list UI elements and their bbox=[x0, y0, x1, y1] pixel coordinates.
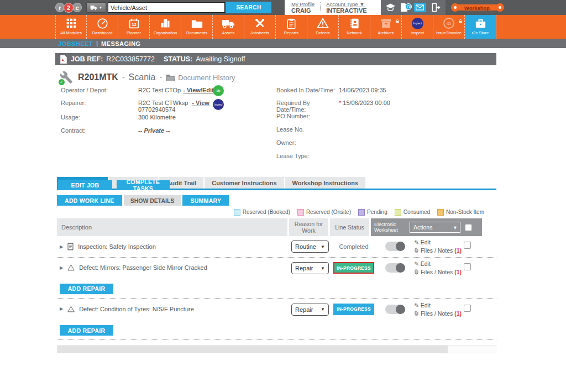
field-operator-depot: Operator / Depot: R2C Test CTOp - View/E… bbox=[61, 87, 214, 93]
buildings-icon bbox=[160, 18, 171, 29]
chevron-down-icon: ▼ bbox=[99, 6, 102, 9]
document-history-link[interactable]: Document History bbox=[166, 74, 235, 82]
edit-link[interactable]: ✎ Edit bbox=[414, 301, 462, 310]
vehicle-search-type-dropdown[interactable]: ▼ bbox=[86, 2, 106, 13]
breadcrumb-messaging[interactable]: MESSAGING bbox=[101, 40, 141, 47]
field-repairer: Repairer: R2C Test CTWksp - View 0770294… bbox=[61, 100, 209, 113]
nav-all-modules[interactable]: All Modules bbox=[55, 15, 87, 39]
legend-swatch bbox=[437, 209, 444, 216]
show-details-button[interactable]: SHOW DETAILS bbox=[124, 195, 181, 206]
scrollbar-thumb[interactable] bbox=[57, 346, 448, 353]
breadcrumb-jobsheet[interactable]: JOBSHEET bbox=[58, 40, 93, 47]
view-link[interactable]: - View bbox=[192, 100, 209, 106]
header-line-status: Line Status bbox=[330, 218, 369, 236]
i2i-green-badge: i2i bbox=[213, 85, 224, 96]
clipboard-icon bbox=[286, 18, 296, 29]
expand-arrow-icon[interactable]: ▶ bbox=[60, 244, 63, 249]
horizontal-scrollbar[interactable] bbox=[57, 345, 496, 353]
nav-archives[interactable]: Archives bbox=[370, 15, 402, 39]
messages-icon[interactable] bbox=[414, 3, 426, 12]
work-row-defect-mirror: ▶ Defect: Mirrors: Passenger Side Mirror… bbox=[57, 258, 496, 279]
nav-defects[interactable]: Defects bbox=[307, 15, 339, 39]
nav-planner[interactable]: 12 Planner bbox=[118, 15, 150, 39]
field-booked-in: Booked In Date/Time: 14/06/2023 09:35 bbox=[276, 87, 386, 93]
nav-r2c-store[interactable]: r2c Store bbox=[465, 15, 496, 39]
i2i-badge-icon: i2i bbox=[443, 18, 454, 29]
check-badge-icon: ✓ bbox=[59, 79, 65, 85]
add-repair-button[interactable]: ADD REPAIR bbox=[60, 284, 113, 294]
my-profile-label[interactable]: My Profile bbox=[291, 1, 315, 7]
tools-icon bbox=[254, 18, 265, 29]
vehicle-details-section: ✓ R201MTK - Scania - Document History Op… bbox=[55, 65, 496, 168]
summary-button[interactable]: SUMMARY bbox=[182, 195, 229, 206]
nav-issue2invoice[interactable]: i2i Issue2Invoice bbox=[433, 15, 465, 39]
edit-link[interactable]: ✎ Edit bbox=[414, 238, 462, 247]
nav-documents[interactable]: Documents bbox=[181, 15, 213, 39]
view-edit-link[interactable]: - View/Edit bbox=[183, 87, 213, 93]
top-bar: r 2 c ▼ SEARCH My Profile CRAIG Account … bbox=[0, 0, 566, 15]
training-graduation-cap-icon[interactable] bbox=[385, 3, 396, 12]
logout-icon[interactable] bbox=[431, 3, 441, 12]
expand-arrow-icon[interactable]: ▶ bbox=[60, 265, 63, 270]
toggle-knob bbox=[396, 242, 405, 251]
add-work-line-button[interactable]: ADD WORK LINE bbox=[57, 195, 122, 206]
nav-jobsheets[interactable]: Jobsheets bbox=[244, 15, 276, 39]
files-notes-link[interactable]: Files / Notes (1) bbox=[414, 247, 462, 255]
account-type[interactable]: Account Type ▼ INTERACTIVE bbox=[326, 1, 366, 14]
tab-workshop-instructions[interactable]: Workshop Instructions bbox=[285, 177, 366, 189]
files-notes-link[interactable]: Files / Notes (1) bbox=[414, 310, 462, 318]
expand-arrow-icon[interactable]: ▶ bbox=[60, 306, 63, 311]
documents-notification-icon[interactable]: 73 bbox=[400, 3, 409, 13]
reason-dropdown[interactable]: Repair▼ bbox=[291, 262, 329, 274]
truck-icon bbox=[90, 4, 98, 11]
account-type-label[interactable]: Account Type ▼ bbox=[326, 1, 366, 7]
toggle-knob bbox=[396, 263, 405, 273]
row-checkbox[interactable] bbox=[464, 263, 471, 270]
files-count: (1) bbox=[454, 247, 462, 254]
worksheet-toggle[interactable] bbox=[385, 305, 405, 314]
row-description: Inspection: Safety Inspection bbox=[78, 243, 156, 250]
line-status-in-progress[interactable]: IN-PROGRESS bbox=[333, 304, 374, 315]
edit-link[interactable]: ✎ Edit bbox=[414, 260, 462, 268]
search-button[interactable]: SEARCH bbox=[226, 2, 271, 13]
legend-pending: Pending bbox=[358, 209, 387, 216]
nav-network[interactable]: Network bbox=[339, 15, 370, 39]
field-po-number: PO Number: bbox=[276, 113, 339, 119]
reason-dropdown[interactable]: Repair▼ bbox=[291, 304, 329, 316]
pencil-icon: ✎ bbox=[414, 239, 419, 245]
job-header-bar: JOB REF: R2C033857772 STATUS: Awaiting S… bbox=[55, 53, 496, 65]
select-all-checkbox[interactable] bbox=[465, 224, 472, 231]
field-usage: Usage: 300 Kilometre bbox=[61, 114, 176, 121]
chevron-down-icon: ▼ bbox=[321, 307, 325, 312]
nav-reports[interactable]: Reports bbox=[276, 15, 307, 39]
worksheet-toggle[interactable] bbox=[385, 263, 405, 273]
my-profile[interactable]: My Profile CRAIG bbox=[291, 1, 315, 14]
search-input[interactable] bbox=[108, 2, 225, 13]
files-count: (1) bbox=[454, 269, 462, 275]
line-status-in-progress-highlighted[interactable]: IN-PROGRESS bbox=[333, 262, 374, 274]
files-notes-link[interactable]: Files / Notes (1) bbox=[414, 268, 462, 276]
nav-inspect[interactable]: Inspect Inspect bbox=[402, 15, 433, 39]
complete-tasks-button[interactable]: COMPLETE TASKS bbox=[117, 180, 170, 190]
paperclip-icon bbox=[414, 269, 419, 275]
nav-assets[interactable]: Assets bbox=[213, 15, 244, 39]
legend-reserved-booked: Reserved (Booked) bbox=[234, 209, 290, 216]
row-checkbox[interactable] bbox=[464, 242, 471, 249]
row-description: Defect: Mirrors: Passenger Side Mirror C… bbox=[79, 264, 207, 271]
tab-customer-instructions[interactable]: Customer Instructions bbox=[205, 177, 284, 189]
pdf-icon[interactable] bbox=[60, 55, 67, 64]
worksheet-toggle[interactable] bbox=[385, 242, 405, 251]
pencil-icon: ✎ bbox=[414, 260, 419, 267]
edit-job-button[interactable]: EDIT JOB bbox=[58, 180, 112, 190]
header-electronic-worksheet: Electronic Worksheet bbox=[374, 222, 405, 233]
reason-dropdown[interactable]: Routine▼ bbox=[291, 241, 329, 253]
svg-text:12: 12 bbox=[132, 22, 137, 27]
nav-organisation[interactable]: Organisation bbox=[150, 15, 181, 39]
add-repair-button[interactable]: ADD REPAIR bbox=[60, 325, 113, 336]
nav-dashboard[interactable]: Dashboard bbox=[87, 15, 118, 39]
divider bbox=[320, 2, 321, 13]
row-checkbox[interactable] bbox=[464, 305, 471, 312]
actions-dropdown[interactable]: Actions ▾ bbox=[410, 222, 460, 233]
inspection-sheet-icon bbox=[67, 243, 74, 250]
profile-name: CRAIG bbox=[291, 7, 315, 14]
